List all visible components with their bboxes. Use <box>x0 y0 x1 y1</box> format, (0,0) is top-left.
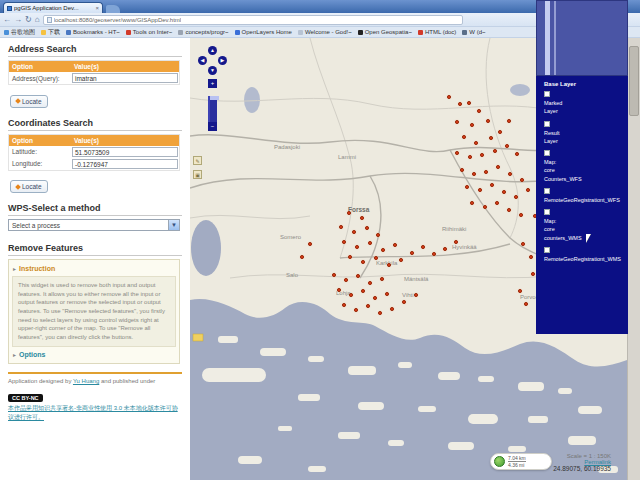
coordinates-locate-button[interactable]: Locate <box>10 180 48 193</box>
feature-marker[interactable] <box>380 277 384 281</box>
bookmark-item[interactable]: Tools on Inter~ <box>126 29 173 35</box>
feature-marker[interactable] <box>332 273 336 277</box>
feature-marker[interactable] <box>443 247 447 251</box>
feature-marker[interactable] <box>348 255 352 259</box>
feature-marker[interactable] <box>421 245 425 249</box>
feature-marker[interactable] <box>486 119 490 123</box>
scrollbar[interactable] <box>627 38 640 480</box>
feature-marker[interactable] <box>402 300 406 304</box>
feature-marker[interactable] <box>355 245 359 249</box>
feature-marker[interactable] <box>498 130 502 134</box>
zoom-slider-knob[interactable] <box>210 96 219 100</box>
feature-marker[interactable] <box>342 240 346 244</box>
feature-marker[interactable] <box>531 272 535 276</box>
pan-up-button[interactable]: ▲ <box>208 46 217 55</box>
feature-marker[interactable] <box>465 185 469 189</box>
feature-marker[interactable] <box>467 101 471 105</box>
tab-close-icon[interactable]: × <box>95 5 99 11</box>
feature-marker[interactable] <box>347 211 351 215</box>
pan-left-button[interactable]: ◀ <box>198 56 207 65</box>
feature-marker[interactable] <box>455 120 459 124</box>
overview-toggle-icon[interactable]: ▣ <box>193 170 202 179</box>
feature-marker[interactable] <box>490 183 494 187</box>
feature-marker[interactable] <box>414 293 418 297</box>
feature-marker[interactable] <box>356 274 360 278</box>
longitude-input[interactable]: -0.1276947 <box>72 159 178 169</box>
layer-checkbox[interactable] <box>544 188 550 194</box>
feature-marker[interactable] <box>505 144 509 148</box>
layer-checkbox[interactable] <box>544 91 550 97</box>
layer-item[interactable]: Map: core Counters_WFS <box>544 150 628 183</box>
feature-marker[interactable] <box>365 226 369 230</box>
feature-marker[interactable] <box>515 152 519 156</box>
layer-checkbox[interactable] <box>544 150 550 156</box>
bookmark-item[interactable]: 谷歌地图 <box>4 28 35 37</box>
feature-marker[interactable] <box>520 178 524 182</box>
back-button[interactable]: ← <box>3 16 11 24</box>
layer-checkbox[interactable] <box>544 209 550 215</box>
feature-marker[interactable] <box>519 213 523 217</box>
forward-button[interactable]: → <box>14 16 22 24</box>
feature-marker[interactable] <box>477 109 481 113</box>
wps-process-select[interactable]: Select a process ▼ <box>8 219 180 231</box>
feature-marker[interactable] <box>352 230 356 234</box>
feature-marker[interactable] <box>468 155 472 159</box>
instruction-toggle[interactable]: ▸ Instruction <box>12 263 176 274</box>
feature-marker[interactable] <box>337 288 341 292</box>
browser-tab[interactable]: pgGIS Application Dev... × <box>3 2 103 13</box>
new-tab-button[interactable] <box>106 5 120 13</box>
feature-marker[interactable] <box>378 311 382 315</box>
feature-marker[interactable] <box>432 252 436 256</box>
feature-marker[interactable] <box>508 172 512 176</box>
cc-license-link[interactable]: 本作品采用知识共享署名-非商业性使用 3.0 未本地化版本许可协议进行许可。 <box>8 404 182 422</box>
feature-marker[interactable] <box>480 153 484 157</box>
editing-toolbar-icon[interactable]: ✎ <box>193 156 202 165</box>
bookmark-item[interactable]: W (d~ <box>462 29 485 35</box>
feature-marker[interactable] <box>455 151 459 155</box>
feature-marker[interactable] <box>410 251 414 255</box>
feature-marker[interactable] <box>470 123 474 127</box>
feature-marker[interactable] <box>470 201 474 205</box>
feature-marker[interactable] <box>447 95 451 99</box>
feature-marker[interactable] <box>300 255 304 259</box>
layer-checkbox[interactable] <box>544 247 550 253</box>
feature-marker[interactable] <box>393 243 397 247</box>
address-bar[interactable]: localhost:8080/geoserver/www/GISAppDev.h… <box>43 15 463 25</box>
feature-marker[interactable] <box>458 102 462 106</box>
feature-marker[interactable] <box>373 296 377 300</box>
options-toggle[interactable]: ▸ Options <box>12 349 176 360</box>
feature-marker[interactable] <box>376 233 380 237</box>
feature-marker[interactable] <box>349 293 353 297</box>
feature-marker[interactable] <box>484 170 488 174</box>
feature-marker[interactable] <box>483 205 487 209</box>
zoom-slider[interactable] <box>208 96 217 122</box>
feature-marker[interactable] <box>385 292 389 296</box>
layer-item[interactable]: RemoteGeoRegistrationt_WFS <box>544 188 628 204</box>
address-locate-button[interactable]: Locate <box>10 95 48 108</box>
author-link[interactable]: Yu Huang <box>73 378 99 384</box>
feature-marker[interactable] <box>507 208 511 212</box>
feature-marker[interactable] <box>374 256 378 260</box>
bookmark-item[interactable]: Welcome - God!~ <box>298 29 352 35</box>
layer-checkbox[interactable] <box>544 121 550 127</box>
feature-marker[interactable] <box>361 260 365 264</box>
address-query-input[interactable]: imatran <box>72 73 178 83</box>
feature-marker[interactable] <box>339 225 343 229</box>
feature-marker[interactable] <box>472 172 476 176</box>
pan-down-button[interactable]: ▼ <box>208 66 217 75</box>
feature-marker[interactable] <box>496 165 500 169</box>
feature-marker[interactable] <box>454 240 458 244</box>
bookmark-item[interactable]: HTML (doc) <box>418 29 456 35</box>
feature-marker[interactable] <box>360 216 364 220</box>
zoom-in-button[interactable]: + <box>208 79 217 88</box>
zoom-out-button[interactable]: − <box>208 122 217 131</box>
feature-marker[interactable] <box>366 304 370 308</box>
home-button[interactable]: ⌂ <box>35 16 40 24</box>
feature-marker[interactable] <box>462 135 466 139</box>
feature-marker[interactable] <box>524 302 528 306</box>
feature-marker[interactable] <box>514 195 518 199</box>
feature-marker[interactable] <box>521 242 525 246</box>
layer-item[interactable]: Marked Layer <box>544 91 628 116</box>
pan-right-button[interactable]: ▶ <box>218 56 227 65</box>
feature-marker[interactable] <box>502 190 506 194</box>
